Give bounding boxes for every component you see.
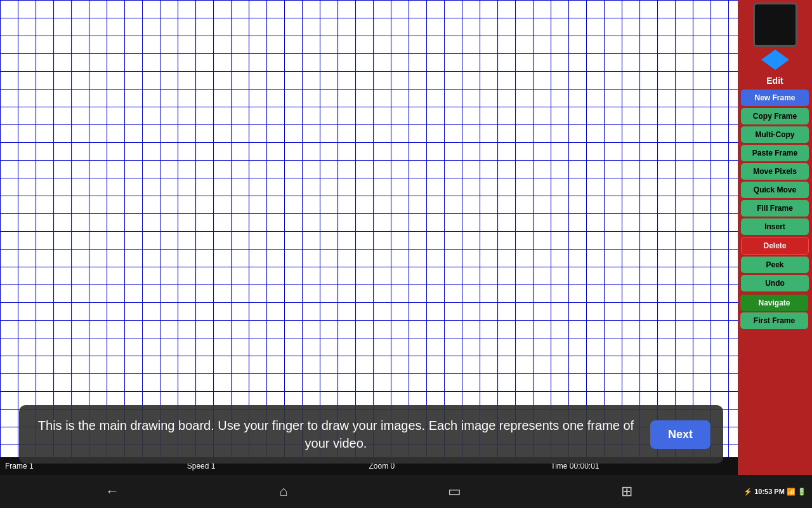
new-frame-button[interactable]: New Frame [741,90,809,106]
battery-icon: 🔋 [797,488,806,496]
arrow-right-icon [775,50,789,70]
home-icon[interactable]: ⌂ [279,483,287,500]
clock: 10:53 PM [754,488,785,495]
next-button[interactable]: Next [650,420,710,449]
system-icons: ⚡ 10:53 PM 📶 🔋 [743,488,806,496]
arrow-navigation [761,50,789,72]
navigate-button[interactable]: Navigate [740,295,808,311]
move-pixels-button[interactable]: Move Pixels [741,163,809,180]
navigate-section: Navigate First Frame [740,295,809,330]
fill-frame-button[interactable]: Fill Frame [741,200,809,217]
frame-preview [753,3,797,47]
quick-move-button[interactable]: Quick Move [741,182,809,198]
arrow-left-button[interactable] [761,50,775,72]
recent-icon[interactable]: ▭ [448,483,461,500]
wifi-icon: 📶 [787,488,796,496]
tooltip-overlay: This is the main drawing board. Use your… [19,405,723,464]
grid-icon[interactable]: ⊞ [621,483,632,500]
grid-canvas[interactable] [0,0,738,457]
paste-frame-button[interactable]: Paste Frame [741,145,809,161]
tooltip-text: This is the main drawing board. Use your… [32,417,640,452]
usb-icon: ⚡ [743,488,752,496]
undo-button[interactable]: Undo [741,275,809,291]
insert-button[interactable]: Insert [741,218,809,235]
multi-copy-button[interactable]: Multi-Copy [741,126,809,143]
peek-button[interactable]: Peek [741,257,809,273]
nav-bar: ← ⌂ ▭ ⊞ [0,475,738,508]
edit-label: Edit [740,74,809,87]
back-icon[interactable]: ← [105,483,119,500]
system-status-bar: ⚡ 10:53 PM 📶 🔋 [738,475,812,508]
drawing-area[interactable] [0,0,738,457]
delete-button[interactable]: Delete [741,237,809,255]
arrow-right-button[interactable] [775,50,789,72]
sidebar: Edit New Frame Copy Frame Multi-Copy Pas… [738,0,812,508]
copy-frame-button[interactable]: Copy Frame [741,108,809,124]
first-frame-button[interactable]: First Frame [740,312,808,329]
arrow-left-icon [761,50,775,70]
